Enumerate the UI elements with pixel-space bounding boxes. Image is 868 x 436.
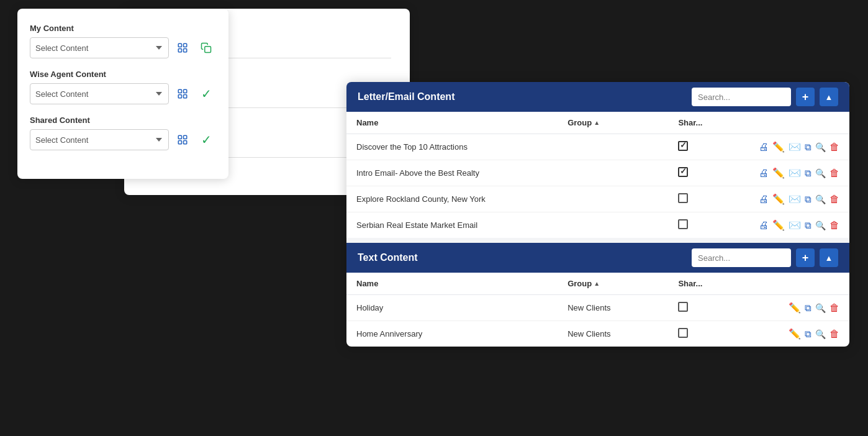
duplicate-icon[interactable]: ⧉ [805, 220, 811, 231]
preview-icon[interactable]: 🔍 [815, 303, 826, 313]
row-share[interactable] [668, 186, 718, 212]
my-content-select[interactable]: Select Content [30, 37, 169, 58]
email-icon[interactable]: ✉️ [789, 219, 801, 231]
share-checkbox[interactable] [678, 219, 688, 229]
section-divider [346, 238, 849, 243]
row-share[interactable] [668, 134, 718, 160]
my-content-section: My Content Select Content [30, 24, 216, 58]
row-name: Serbian Real Estate Market Email [346, 212, 558, 238]
share-checkbox[interactable] [678, 141, 688, 151]
svg-rect-6 [184, 89, 187, 93]
email-icon[interactable]: ✉️ [789, 193, 801, 205]
duplicate-icon[interactable]: ⧉ [805, 194, 811, 205]
wise-agent-check-btn[interactable]: ✓ [196, 84, 216, 104]
delete-icon[interactable]: 🗑 [830, 142, 839, 153]
row-name: Home Anniversary [346, 321, 558, 347]
share-checkbox[interactable] [678, 328, 688, 338]
text-group-sort-icon[interactable]: ▲ [594, 280, 600, 287]
row-share[interactable] [668, 295, 718, 321]
letter-email-header: Letter/Email Content + ▲ [346, 82, 849, 112]
preview-icon[interactable]: 🔍 [815, 168, 826, 178]
wise-agent-select[interactable]: Select Content [30, 83, 169, 104]
edit-icon[interactable]: ✏️ [772, 141, 785, 153]
preview-icon[interactable]: 🔍 [815, 194, 826, 204]
text-content-search[interactable] [692, 248, 791, 267]
share-checkbox[interactable] [678, 193, 688, 203]
duplicate-icon[interactable]: ⧉ [805, 142, 811, 153]
row-group [558, 160, 668, 186]
delete-icon[interactable]: 🗑 [830, 302, 839, 314]
text-col-header-actions [718, 273, 849, 295]
edit-icon[interactable]: ✏️ [789, 302, 801, 314]
col-header-share: Shar... [668, 112, 718, 134]
letter-email-collapse-btn[interactable]: ▲ [820, 88, 838, 106]
text-content-table: Name Group ▲ Shar... HolidayNew Clients … [346, 273, 849, 347]
duplicate-icon[interactable]: ⧉ [805, 302, 811, 314]
edit-icon[interactable]: ✏️ [772, 167, 785, 179]
print-icon[interactable]: 🖨 [759, 168, 769, 179]
row-actions: ✏️ ⧉ 🔍 🗑 [718, 321, 849, 347]
row-actions: 🖨 ✏️ ✉️ ⧉ 🔍 🗑 [718, 134, 849, 160]
col-header-name: Name [346, 112, 558, 134]
print-icon[interactable]: 🖨 [759, 194, 769, 205]
email-icon[interactable]: ✉️ [789, 141, 801, 153]
text-content-add-btn[interactable]: + [796, 248, 815, 267]
svg-rect-2 [178, 49, 181, 52]
col-header-actions [718, 112, 849, 134]
print-icon[interactable]: 🖨 [759, 220, 769, 231]
text-content-section: Text Content + ▲ Name Group ▲ Shar... Ho… [346, 243, 849, 347]
email-icon[interactable]: ✉️ [789, 167, 801, 179]
wise-agent-search-btn[interactable] [173, 84, 192, 104]
delete-icon[interactable]: 🗑 [830, 329, 839, 340]
edit-icon[interactable]: ✏️ [789, 328, 801, 340]
duplicate-icon[interactable]: ⧉ [805, 168, 811, 179]
shared-check-btn[interactable]: ✓ [196, 130, 216, 150]
my-content-copy-btn[interactable] [196, 38, 216, 58]
row-name: Discover the Top 10 Attractions [346, 134, 558, 160]
svg-rect-8 [184, 95, 187, 98]
share-checkbox[interactable] [678, 167, 688, 177]
preview-icon[interactable]: 🔍 [815, 142, 826, 152]
preview-icon[interactable]: 🔍 [815, 220, 826, 230]
row-share[interactable] [668, 212, 718, 238]
letter-email-add-btn[interactable]: + [796, 88, 815, 106]
share-checkbox[interactable] [678, 302, 688, 312]
row-share[interactable] [668, 321, 718, 347]
row-group: New Clients [558, 321, 668, 347]
col-header-group: Group ▲ [558, 112, 668, 134]
preview-icon[interactable]: 🔍 [815, 329, 826, 339]
svg-rect-9 [178, 135, 181, 139]
edit-icon[interactable]: ✏️ [772, 219, 785, 231]
text-content-title: Text Content [358, 252, 418, 263]
svg-rect-11 [178, 141, 181, 144]
delete-icon[interactable]: 🗑 [830, 168, 839, 179]
delete-icon[interactable]: 🗑 [830, 220, 839, 231]
letter-email-title: Letter/Email Content [358, 91, 454, 102]
my-content-search-btn[interactable] [173, 38, 192, 58]
svg-rect-5 [178, 89, 181, 93]
table-row: Home AnniversaryNew Clients ✏️ ⧉ 🔍 🗑 [346, 321, 849, 347]
wise-agent-section: Wise Agent Content Select Content ✓ [30, 70, 216, 104]
wise-agent-row: Select Content ✓ [30, 83, 216, 104]
row-name: Holiday [346, 295, 558, 321]
shared-search-btn[interactable] [173, 130, 192, 150]
letter-email-section: Letter/Email Content + ▲ Name Group ▲ Sh… [346, 82, 849, 238]
shared-content-select[interactable]: Select Content [30, 129, 169, 150]
row-group [558, 134, 668, 160]
table-row: Serbian Real Estate Market Email 🖨 ✏️ ✉️… [346, 212, 849, 238]
row-group: New Clients [558, 295, 668, 321]
svg-rect-10 [184, 135, 187, 139]
text-col-header-group: Group ▲ [558, 273, 668, 295]
delete-icon[interactable]: 🗑 [830, 194, 839, 205]
table-row: Discover the Top 10 Attractions 🖨 ✏️ ✉️ … [346, 134, 849, 160]
row-share[interactable] [668, 160, 718, 186]
duplicate-icon[interactable]: ⧉ [805, 329, 811, 340]
row-actions: 🖨 ✏️ ✉️ ⧉ 🔍 🗑 [718, 212, 849, 238]
group-sort-icon[interactable]: ▲ [594, 119, 600, 126]
edit-icon[interactable]: ✏️ [772, 193, 785, 205]
print-icon[interactable]: 🖨 [759, 142, 769, 153]
table-row: Intro Email- Above the Best Realty 🖨 ✏️ … [346, 160, 849, 186]
letter-email-search[interactable] [692, 88, 791, 106]
text-content-collapse-btn[interactable]: ▲ [820, 248, 838, 267]
svg-rect-0 [178, 43, 181, 47]
